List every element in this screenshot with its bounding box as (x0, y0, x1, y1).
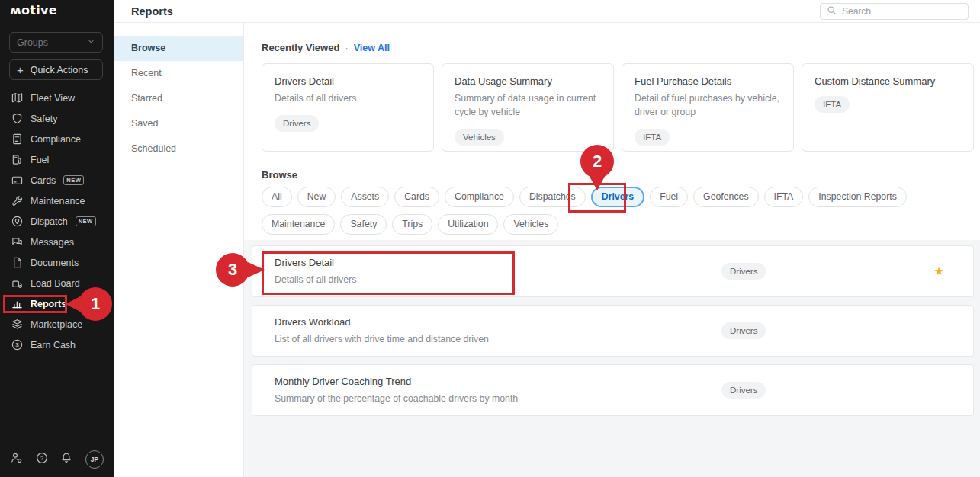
layers-icon (11, 319, 23, 331)
recently-viewed-cards: Drivers Detail Details of all drivers Dr… (262, 63, 974, 152)
chip-geofences[interactable]: Geofences (693, 187, 758, 207)
chip-assets[interactable]: Assets (341, 187, 389, 207)
card-title: Custom Distance Summary (815, 75, 961, 87)
subnav-item-saved[interactable]: Saved (114, 111, 243, 136)
report-row-drivers-workload[interactable]: Drivers Workload List of all drivers wit… (252, 305, 974, 357)
sidebar-item-label: Cards (31, 175, 56, 186)
sidebar-item-label: Load Board (31, 278, 80, 289)
sidebar-item-label: Messages (31, 237, 74, 248)
chip-utilization[interactable]: Utilization (438, 214, 498, 235)
new-badge: NEW (76, 216, 96, 226)
document-icon (11, 257, 23, 269)
sidebar-item-label: Fleet View (31, 93, 75, 104)
chip-maintenance[interactable]: Maintenance (262, 214, 335, 235)
sidebar-item-compliance[interactable]: Compliance (0, 129, 114, 149)
chip-vehicles[interactable]: Vehicles (503, 214, 558, 235)
groups-label: Groups (17, 37, 48, 48)
clipboard-icon (11, 133, 23, 146)
category-tag: Drivers (721, 263, 766, 280)
annotation-tail-3 (248, 262, 265, 277)
report-title: Monthly Driver Coaching Trend (275, 376, 961, 387)
category-tag: Drivers (721, 322, 766, 339)
sidebar-item-earn-cash[interactable]: $ Earn Cash (0, 335, 114, 355)
wrench-icon (11, 195, 23, 207)
sidebar-item-label: Safety (31, 114, 57, 124)
groups-select[interactable]: Groups (9, 32, 103, 53)
chip-all[interactable]: All (262, 187, 292, 207)
sidebar-item-safety[interactable]: Safety (0, 108, 114, 129)
report-row-drivers-detail[interactable]: Drivers Detail Details of all drivers Dr… (252, 245, 974, 297)
chip-inspection-reports[interactable]: Inspection Reports (808, 187, 907, 207)
card-title: Data Usage Summary (455, 75, 601, 87)
chip-cards[interactable]: Cards (394, 187, 439, 207)
recently-viewed-header: Recently Viewed · View All (262, 42, 974, 53)
chip-compliance[interactable]: Compliance (445, 187, 514, 207)
search-box[interactable] (820, 3, 969, 20)
report-card-data-usage-summary[interactable]: Data Usage Summary Summary of data usage… (442, 63, 614, 152)
quick-actions-label: Quick Actions (31, 65, 88, 75)
report-title: Drivers Detail (275, 257, 961, 268)
report-description: List of all drivers with drive time and … (275, 334, 961, 344)
dollar-circle-icon: $ (11, 339, 23, 351)
user-avatar[interactable]: JP (85, 450, 104, 469)
category-tag: IFTA (815, 96, 850, 113)
notifications-bell-icon[interactable] (60, 452, 72, 467)
browse-filter-chips: All New Assets Cards Compliance Dispatch… (262, 187, 974, 235)
report-card-custom-distance-summary[interactable]: Custom Distance Summary IFTA (802, 63, 974, 152)
chip-new[interactable]: New (297, 187, 336, 207)
main-content: Recently Viewed · View All Drivers Detai… (244, 23, 980, 477)
category-tag: Drivers (721, 382, 766, 399)
sidebar-item-messages[interactable]: Messages (0, 232, 114, 252)
help-icon[interactable]: ? (36, 452, 48, 467)
top-section: Recently Viewed · View All Drivers Detai… (244, 23, 980, 240)
browse-title: Browse (262, 169, 974, 181)
star-icon[interactable]: ★ (934, 264, 944, 278)
chat-icon (11, 236, 23, 248)
report-description: Details of all drivers (275, 274, 961, 285)
svg-text:?: ? (40, 455, 43, 462)
card-title: Drivers Detail (275, 75, 421, 87)
sidebar-item-maintenance[interactable]: Maintenance (0, 190, 114, 211)
chip-dispatches[interactable]: Dispatches (519, 187, 586, 207)
sidebar-item-label: Documents (31, 258, 79, 268)
report-row-monthly-driver-coaching-trend[interactable]: Monthly Driver Coaching Trend Summary of… (252, 364, 974, 416)
category-tag: Vehicles (455, 129, 504, 146)
plus-icon: + (17, 64, 24, 75)
chevron-down-icon (87, 37, 95, 48)
subnav-item-starred[interactable]: Starred (114, 86, 243, 111)
chip-fuel[interactable]: Fuel (650, 187, 688, 207)
dot-separator: · (345, 42, 348, 53)
annotation-step-3-badge: 3 (216, 253, 249, 287)
subnav-item-recent[interactable]: Recent (114, 61, 243, 86)
topbar: Reports (114, 0, 980, 23)
search-input[interactable] (842, 6, 962, 17)
sidebar-item-fuel[interactable]: Fuel (0, 149, 114, 170)
report-card-drivers-detail[interactable]: Drivers Detail Details of all drivers Dr… (262, 63, 434, 152)
dispatch-pin-icon (11, 216, 23, 228)
sidebar-item-cards[interactable]: Cards NEW (0, 170, 114, 190)
new-badge: NEW (63, 175, 84, 185)
report-title: Drivers Workload (275, 316, 961, 328)
motive-logo: ʍotive (10, 3, 57, 18)
subnav-item-scheduled[interactable]: Scheduled (114, 136, 243, 162)
sidebar-item-documents[interactable]: Documents (0, 252, 114, 273)
sidebar-item-fleet-view[interactable]: Fleet View (0, 88, 114, 108)
card-description: Summary of data usage in current cycle b… (455, 92, 601, 120)
admin-users-icon[interactable] (11, 452, 23, 467)
quick-actions-button[interactable]: + Quick Actions (9, 59, 103, 80)
report-card-fuel-purchase-details[interactable]: Fuel Purchase Details Detail of fuel pur… (622, 63, 794, 152)
category-tag: IFTA (635, 129, 670, 146)
app-root: ʍotive Groups + Quick Actions Fleet View… (0, 0, 980, 477)
sidebar-item-dispatch[interactable]: Dispatch NEW (0, 211, 114, 232)
chip-ifta[interactable]: IFTA (764, 187, 804, 207)
search-icon (827, 5, 837, 18)
load-board-icon (11, 277, 23, 290)
chip-trips[interactable]: Trips (392, 214, 432, 235)
page-title: Reports (131, 5, 173, 18)
view-all-link[interactable]: View All (354, 43, 390, 53)
card-title: Fuel Purchase Details (635, 75, 781, 87)
sidebar-item-label: Marketplace (31, 319, 82, 330)
sidebar: ʍotive Groups + Quick Actions Fleet View… (0, 0, 114, 477)
subnav-item-browse[interactable]: Browse (114, 36, 243, 61)
chip-safety[interactable]: Safety (340, 214, 387, 235)
